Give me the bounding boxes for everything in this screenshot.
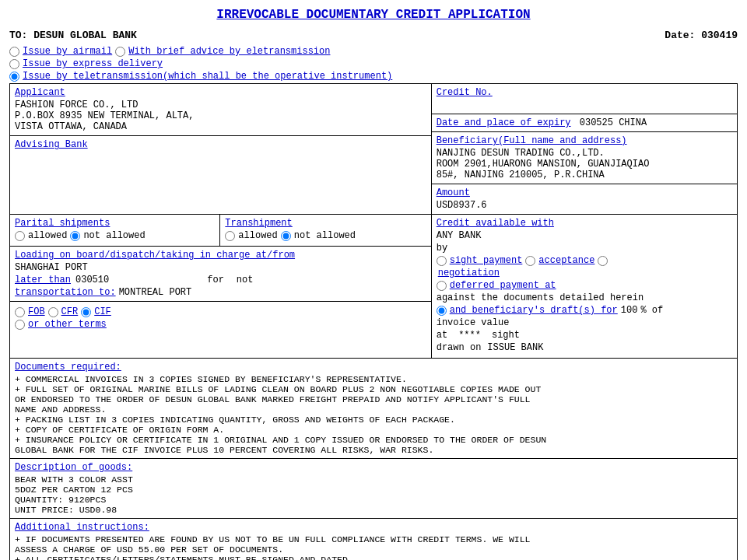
at-value: ****: [458, 330, 481, 341]
loading-from-row: SHANGHAI PORT: [15, 262, 426, 273]
radio-airmail[interactable]: [9, 47, 19, 57]
partial-shipments-section: Parital shipments allowed not allowed: [10, 215, 220, 246]
advising-bank-label: Advising Bank: [15, 139, 426, 150]
radio-brief[interactable]: [115, 47, 125, 57]
beneficiary-line1: NANJING DESUN TRADING CO.,LTD.: [437, 148, 732, 159]
trans-allowed-radio[interactable]: [225, 231, 235, 241]
date-expiry-label: Date and place of expiry: [437, 117, 571, 128]
terms-cfr-radio[interactable]: [48, 307, 58, 317]
goods-section: Description of goods: BEAR WITH 3 COLOR …: [10, 459, 737, 519]
to-bank: TO: DESUN GLOBAL BANK: [9, 30, 137, 41]
negotiation-label: negotiation: [438, 268, 500, 278]
beneficiary-line2: ROOM 2901,HUARONG MANSION, GUANJIAQIAO: [437, 159, 732, 170]
drawn-on-label: drawn on: [437, 342, 482, 353]
beneficiary-label: Beneficiary(Full name and address): [437, 135, 732, 146]
label-brief[interactable]: With brief advice by eletransmission: [128, 46, 330, 57]
trans-not-allowed-label: not allowed: [294, 230, 356, 241]
sight-payment-radio[interactable]: [437, 256, 447, 266]
terms-section: FOB CFR CIF or other terms: [10, 301, 431, 334]
trans-not-allowed-radio[interactable]: [281, 231, 291, 241]
acceptance-radio[interactable]: [525, 256, 535, 266]
trans-allowed-label: allowed: [238, 230, 277, 241]
terms-other-radio[interactable]: [15, 320, 25, 330]
payment-options-row: sight payment acceptance: [437, 255, 732, 266]
beneficiary-line3: 85#, NANJING 210005, P.R.CHINA: [437, 170, 732, 180]
advising-bank-value: [15, 152, 426, 170]
transportation-value: MONTREAL PORT: [119, 287, 192, 298]
loading-label: Loading on board/dispatch/taking in char…: [15, 250, 426, 261]
instructions-label: Additional instructions:: [15, 522, 732, 533]
applicant-section: Applicant FASHION FORCE CO., LTD P.O.BOX…: [10, 84, 431, 136]
drawn-on-value: ISSUE BANK: [487, 342, 543, 353]
terms-cif-label: CIF: [94, 306, 111, 317]
credit-available-value: ANY BANK: [437, 230, 732, 241]
amount-label: Amount: [437, 187, 732, 198]
credit-available-label: Credit available with: [437, 218, 732, 229]
loading-later-row: later than 030510 for not: [15, 275, 426, 285]
credit-no-section: Credit No.: [432, 84, 737, 114]
terms-cfr-label: CFR: [61, 306, 79, 317]
acceptance-label: acceptance: [538, 255, 594, 266]
deferred-row: deferred payment at: [437, 280, 732, 291]
beneficiary-section: Beneficiary(Full name and address) NANJI…: [432, 132, 737, 184]
label-express[interactable]: Issue by express delivery: [23, 58, 163, 69]
radio-teletransmission[interactable]: [9, 72, 19, 82]
terms-cif-radio[interactable]: [81, 307, 91, 317]
negotiation-radio[interactable]: [598, 256, 608, 266]
date-field: Date: 030419: [665, 30, 738, 41]
terms-other-label: or other terms: [28, 319, 107, 330]
page-title: IRREVOCABLE DOCUMENTARY CREDIT APPLICATI…: [9, 8, 738, 22]
documents-section: Documents required: + COMMERCIAL INVOICE…: [10, 359, 737, 459]
goods-label: Description of goods:: [15, 462, 732, 473]
radio-row-3: Issue by teletransmission(which shall be…: [9, 71, 738, 82]
partial-not-allowed-radio[interactable]: [70, 231, 80, 241]
date-expiry-value: 030525 CHINA: [580, 117, 647, 128]
radio-row-2: Issue by express delivery: [9, 58, 738, 69]
against-docs: against the documents detailed herein: [437, 292, 732, 303]
terms-fob-radio[interactable]: [15, 307, 25, 317]
trans-allowed-row: allowed not allowed: [225, 230, 426, 241]
credit-available-section: Credit available with ANY BANK by sight …: [432, 215, 737, 358]
at-label: at: [437, 330, 447, 341]
draft-label: and beneficiary's draft(s) for: [450, 305, 618, 316]
label-teletransmission[interactable]: Issue by teletransmission(which shall be…: [23, 71, 392, 82]
partial-allowed-label: allowed: [28, 230, 67, 241]
transportation-label: transportation to:: [15, 287, 116, 298]
partial-shipments-label: Parital shipments: [15, 218, 215, 229]
radio-express[interactable]: [9, 59, 19, 69]
negotiation-row: negotiation: [438, 268, 732, 278]
applicant-label: Applicant: [15, 87, 426, 98]
transhipment-label: Transhipment: [225, 218, 426, 229]
not-label: not: [237, 275, 254, 285]
date-expiry-section: Date and place of expiry 030525 CHINA: [432, 114, 737, 132]
applicant-line2: P.O.BOX 8935 NEW TERMINAL, ALTA,: [15, 110, 426, 121]
terms-row: FOB CFR CIF: [15, 306, 426, 317]
credit-no-value: [437, 100, 732, 110]
documents-text: + COMMERCIAL INVOICES IN 3 COPIES SIGNED…: [15, 374, 732, 455]
pct-of-label: % of: [640, 305, 663, 316]
advising-bank-section: Advising Bank: [10, 136, 431, 173]
sight-payment-label: sight payment: [450, 255, 523, 266]
goods-text: BEAR WITH 3 COLOR ASST 5DOZ PER CARTON 1…: [15, 474, 732, 515]
transhipment-section: Transhipment allowed not allowed: [220, 215, 430, 246]
radio-row-1: Issue by airmail With brief advice by el…: [9, 46, 738, 57]
loading-from-value: SHANGHAI PORT: [15, 262, 88, 273]
applicant-line3: VISTA OTTAWA, CANADA: [15, 121, 426, 132]
for-label: for: [207, 275, 224, 285]
drawn-on-row: drawn on ISSUE BANK: [437, 342, 732, 353]
draft-row: and beneficiary's draft(s) for 100 % of: [437, 305, 732, 316]
draft-pct: 100: [621, 305, 638, 316]
documents-label: Documents required:: [15, 362, 732, 373]
instructions-section: Additional instructions: + IF DOCUMENTS …: [10, 519, 737, 560]
later-than-label: later than: [15, 275, 71, 285]
invoice-value-row: invoice value: [437, 317, 732, 328]
deferred-radio[interactable]: [437, 281, 447, 291]
sight-label2: sight: [492, 330, 520, 341]
label-airmail[interactable]: Issue by airmail: [23, 46, 112, 57]
draft-radio[interactable]: [437, 306, 447, 316]
by-label: by: [437, 243, 732, 254]
applicant-line1: FASHION FORCE CO., LTD: [15, 100, 426, 110]
terms-fob-label: FOB: [28, 306, 45, 317]
amount-section: Amount USD8937.6: [432, 184, 737, 214]
partial-allowed-radio[interactable]: [15, 231, 25, 241]
